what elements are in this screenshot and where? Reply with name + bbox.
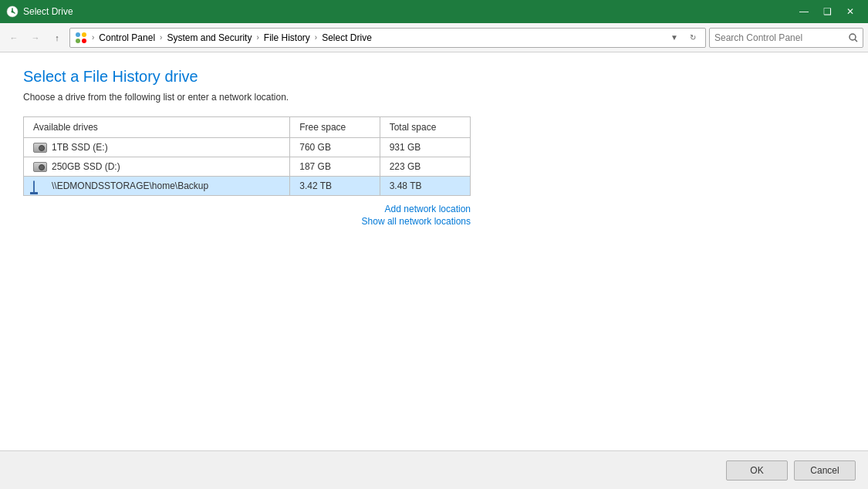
hdd-icon — [33, 143, 47, 153]
svg-point-5 — [82, 39, 86, 43]
svg-line-7 — [855, 39, 857, 42]
close-button[interactable]: ✕ — [839, 4, 862, 19]
main-content: Select a File History drive Choose a dri… — [0, 52, 868, 489]
drives-table: Available drives Free space Total space … — [23, 116, 471, 196]
svg-point-3 — [82, 32, 86, 37]
address-dropdown-button[interactable]: ▼ — [667, 29, 682, 47]
page-title: Select a File History drive — [23, 68, 845, 86]
minimize-button[interactable]: — — [792, 4, 816, 19]
breadcrumb-system-security[interactable]: System and Security — [167, 32, 252, 43]
network-links: Add network location Show all network lo… — [23, 204, 471, 227]
address-bar[interactable]: › Control Panel › System and Security › … — [69, 28, 706, 48]
breadcrumb-select-drive[interactable]: Select Drive — [322, 32, 372, 43]
svg-point-4 — [76, 39, 80, 43]
content-area: Select a File History drive Choose a dri… — [0, 52, 868, 489]
drive-name: \\EDMONDSSTORAGE\home\Backup — [52, 180, 208, 191]
svg-point-6 — [849, 34, 856, 40]
search-button[interactable] — [844, 29, 863, 47]
table-header-row: Available drives Free space Total space — [24, 117, 471, 138]
add-network-location-link[interactable]: Add network location — [23, 204, 471, 214]
drive-total-space: 3.48 TB — [380, 177, 470, 196]
col-header-available: Available drives — [24, 117, 290, 138]
table-row[interactable]: \\EDMONDSSTORAGE\home\Backup 3.42 TB 3.4… — [24, 177, 471, 196]
table-row[interactable]: 250GB SSD (D:) 187 GB 223 GB — [24, 157, 471, 177]
title-text: Select Drive — [23, 6, 73, 17]
breadcrumb-sep-3: › — [315, 33, 317, 42]
drive-name-cell: \\EDMONDSSTORAGE\home\Backup — [24, 177, 290, 196]
search-input[interactable] — [710, 32, 844, 43]
network-drive-icon — [33, 181, 47, 191]
drive-free-space: 187 GB — [290, 157, 380, 177]
col-header-free-space: Free space — [290, 117, 380, 138]
bottom-bar: OK Cancel — [0, 450, 868, 489]
title-controls: — ❑ ✕ — [792, 4, 862, 19]
col-header-total-space: Total space — [380, 117, 470, 138]
page-subtitle: Choose a drive from the following list o… — [23, 92, 845, 103]
hdd-icon — [33, 162, 47, 172]
back-button[interactable]: ← — [5, 29, 23, 47]
window: Select Drive — ❑ ✕ ← → ↑ › Control Panel… — [0, 0, 868, 489]
breadcrumb-sep-1: › — [160, 33, 162, 42]
breadcrumb-sep-2: › — [256, 33, 258, 42]
file-history-icon — [6, 5, 19, 18]
cancel-button[interactable]: Cancel — [794, 460, 856, 481]
svg-point-2 — [76, 32, 80, 37]
title-bar-left: Select Drive — [6, 5, 73, 18]
search-box[interactable] — [709, 28, 863, 48]
drive-total-space: 223 GB — [380, 157, 470, 177]
drive-free-space: 3.42 TB — [290, 177, 380, 196]
drive-free-space: 760 GB — [290, 138, 380, 157]
drive-name-cell: 1TB SSD (E:) — [24, 138, 290, 157]
search-icon — [849, 33, 858, 42]
breadcrumb-file-history[interactable]: File History — [264, 32, 310, 43]
nav-bar: ← → ↑ › Control Panel › System and Secur… — [0, 23, 868, 52]
table-row[interactable]: 1TB SSD (E:) 760 GB 931 GB — [24, 138, 471, 157]
forward-button[interactable]: → — [26, 29, 45, 47]
up-button[interactable]: ↑ — [48, 29, 66, 47]
breadcrumb-control-panel[interactable]: Control Panel — [99, 32, 155, 43]
breadcrumb-sep-0: › — [92, 33, 94, 42]
drive-name: 250GB SSD (D:) — [52, 161, 120, 172]
address-refresh-button[interactable]: ↻ — [685, 29, 701, 47]
maximize-button[interactable]: ❑ — [816, 4, 839, 19]
control-panel-icon — [75, 32, 87, 44]
show-network-locations-link[interactable]: Show all network locations — [23, 216, 471, 227]
drive-total-space: 931 GB — [380, 138, 470, 157]
svg-point-1 — [12, 11, 14, 13]
drive-name-cell: 250GB SSD (D:) — [24, 157, 290, 177]
drive-name: 1TB SSD (E:) — [52, 142, 108, 153]
ok-button[interactable]: OK — [726, 460, 788, 481]
title-bar: Select Drive — ❑ ✕ — [0, 0, 868, 23]
